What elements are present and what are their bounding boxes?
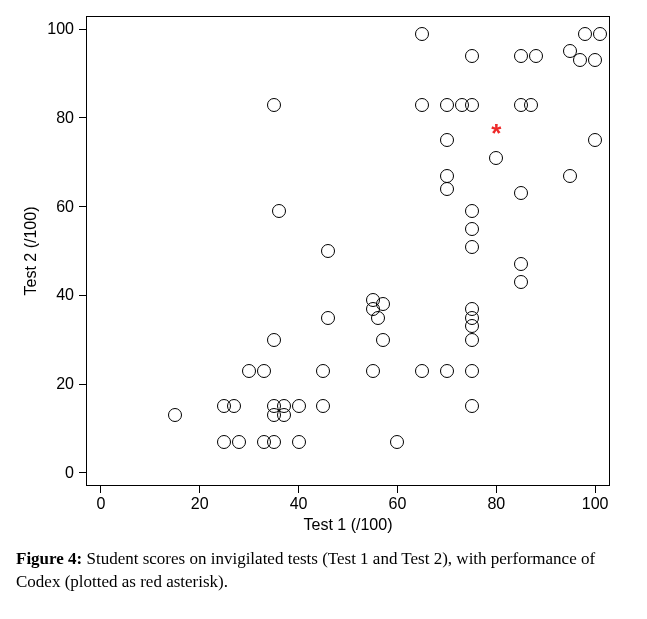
student-marker bbox=[465, 364, 479, 378]
student-marker bbox=[242, 364, 256, 378]
y-tick-label: 60 bbox=[56, 198, 74, 216]
student-marker bbox=[514, 186, 528, 200]
y-tick bbox=[79, 295, 86, 296]
student-marker bbox=[465, 240, 479, 254]
student-marker bbox=[267, 98, 281, 112]
student-marker bbox=[514, 257, 528, 271]
student-marker bbox=[390, 435, 404, 449]
student-marker bbox=[376, 297, 390, 311]
student-marker bbox=[514, 275, 528, 289]
student-marker bbox=[415, 364, 429, 378]
student-marker bbox=[573, 53, 587, 67]
student-marker bbox=[578, 27, 592, 41]
figure-label: Figure 4: bbox=[16, 549, 82, 568]
student-marker bbox=[415, 98, 429, 112]
x-tick bbox=[298, 486, 299, 493]
student-marker bbox=[321, 311, 335, 325]
student-marker bbox=[272, 204, 286, 218]
x-tick-label: 40 bbox=[290, 495, 308, 513]
figure-caption: Figure 4: Student scores on invigilated … bbox=[16, 548, 631, 594]
x-tick-label: 0 bbox=[96, 495, 105, 513]
student-marker bbox=[321, 244, 335, 258]
student-marker bbox=[227, 399, 241, 413]
student-marker bbox=[232, 435, 246, 449]
student-marker bbox=[440, 364, 454, 378]
student-marker bbox=[376, 333, 390, 347]
y-tick bbox=[79, 206, 86, 207]
y-tick bbox=[79, 29, 86, 30]
scatter-plot bbox=[86, 16, 610, 486]
student-marker bbox=[257, 364, 271, 378]
x-tick bbox=[595, 486, 596, 493]
student-marker bbox=[267, 435, 281, 449]
student-marker bbox=[366, 364, 380, 378]
student-marker bbox=[440, 169, 454, 183]
student-marker bbox=[588, 133, 602, 147]
student-marker bbox=[593, 27, 607, 41]
x-tick-label: 60 bbox=[389, 495, 407, 513]
student-marker bbox=[292, 435, 306, 449]
y-tick bbox=[79, 472, 86, 473]
student-marker bbox=[440, 98, 454, 112]
y-tick-label: 40 bbox=[56, 286, 74, 304]
student-marker bbox=[168, 408, 182, 422]
codex-marker: * bbox=[491, 120, 501, 146]
student-marker bbox=[465, 204, 479, 218]
student-marker bbox=[371, 311, 385, 325]
student-marker bbox=[465, 333, 479, 347]
figure-container: Test 1 (/100) Test 2 (/100) Figure 4: St… bbox=[0, 0, 647, 619]
student-marker bbox=[465, 222, 479, 236]
student-marker bbox=[277, 399, 291, 413]
x-tick bbox=[100, 486, 101, 493]
y-tick-label: 20 bbox=[56, 375, 74, 393]
student-marker bbox=[316, 399, 330, 413]
student-marker bbox=[465, 399, 479, 413]
student-marker bbox=[465, 98, 479, 112]
x-axis-title: Test 1 (/100) bbox=[304, 516, 393, 534]
x-tick-label: 100 bbox=[582, 495, 609, 513]
student-marker bbox=[465, 49, 479, 63]
student-marker bbox=[440, 133, 454, 147]
student-marker bbox=[217, 435, 231, 449]
student-marker bbox=[465, 302, 479, 316]
student-marker bbox=[514, 49, 528, 63]
x-tick-label: 80 bbox=[487, 495, 505, 513]
x-tick bbox=[397, 486, 398, 493]
student-marker bbox=[440, 182, 454, 196]
x-tick-label: 20 bbox=[191, 495, 209, 513]
y-tick-label: 100 bbox=[47, 20, 74, 38]
y-tick bbox=[79, 384, 86, 385]
student-marker bbox=[588, 53, 602, 67]
student-marker bbox=[529, 49, 543, 63]
student-marker bbox=[489, 151, 503, 165]
student-marker bbox=[524, 98, 538, 112]
y-tick-label: 80 bbox=[56, 109, 74, 127]
student-marker bbox=[267, 333, 281, 347]
x-tick bbox=[199, 486, 200, 493]
student-marker bbox=[415, 27, 429, 41]
figure-caption-text: Student scores on invigilated tests (Tes… bbox=[16, 549, 595, 591]
x-tick bbox=[496, 486, 497, 493]
student-marker bbox=[563, 169, 577, 183]
student-marker bbox=[292, 399, 306, 413]
y-tick-label: 0 bbox=[65, 464, 74, 482]
y-axis-title: Test 2 (/100) bbox=[22, 207, 40, 296]
y-tick bbox=[79, 117, 86, 118]
student-marker bbox=[316, 364, 330, 378]
